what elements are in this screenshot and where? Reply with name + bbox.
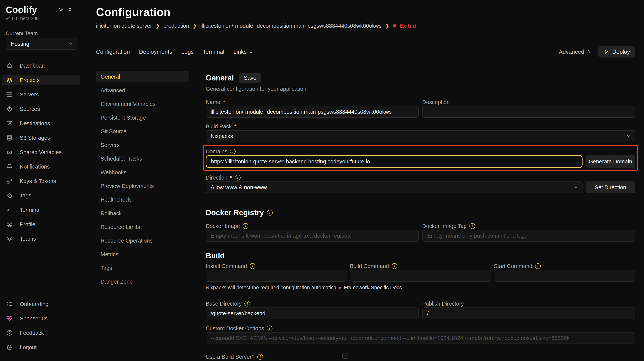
- tab-configuration[interactable]: Configuration: [96, 48, 130, 55]
- breadcrumb-environment[interactable]: production: [163, 23, 189, 29]
- chevron-right-icon: ❯: [386, 23, 389, 28]
- sidebar-item-servers[interactable]: Servers: [2, 89, 80, 100]
- info-icon[interactable]: [392, 263, 397, 269]
- sidebar-item-label: Shared Variables: [20, 149, 62, 156]
- info-icon[interactable]: [243, 223, 248, 229]
- domains-input[interactable]: [206, 155, 582, 168]
- sidebar-item-notifications[interactable]: Notifications: [2, 161, 80, 172]
- tab-logs[interactable]: Logs: [182, 48, 194, 55]
- sidebar-footer: Onboarding Sponsor us Feedback Logout: [0, 299, 84, 361]
- sidebar-item-s3-storages[interactable]: S3 Storages: [2, 132, 80, 143]
- save-button[interactable]: Save: [239, 73, 261, 83]
- sidebar-item-profile[interactable]: Profile: [2, 219, 80, 230]
- generate-domain-button[interactable]: Generate Domain: [586, 155, 635, 168]
- subnav-item-resource-limits[interactable]: Resource Limits: [96, 222, 188, 232]
- base-directory-input[interactable]: [206, 308, 419, 319]
- breadcrumb: illicitonion quote server ❯ production ❯…: [96, 22, 635, 30]
- subnav-item-scheduled-tasks[interactable]: Scheduled Tasks: [96, 153, 188, 164]
- chevron-right-icon: ❯: [193, 23, 197, 28]
- publish-directory-input[interactable]: [422, 308, 635, 319]
- subnav-item-git-source[interactable]: Git Source: [96, 126, 188, 137]
- info-icon[interactable]: [267, 326, 272, 331]
- start-command-input[interactable]: [494, 270, 635, 282]
- team-select[interactable]: Hosting: [6, 38, 78, 50]
- custom-docker-options-input[interactable]: [206, 332, 635, 344]
- tab-deployments[interactable]: Deployments: [139, 48, 172, 55]
- sidebar-nav: Dashboard Projects Servers Sources Desti…: [0, 60, 84, 248]
- info-icon[interactable]: [235, 175, 240, 180]
- subnav-item-servers[interactable]: Servers: [96, 140, 188, 150]
- sidebar-item-dashboard[interactable]: Dashboard: [2, 60, 80, 71]
- info-icon[interactable]: [470, 223, 475, 229]
- map-icon: [6, 120, 13, 127]
- docker-image-tag-input[interactable]: [422, 230, 635, 242]
- tab-terminal[interactable]: Terminal: [203, 48, 224, 55]
- sidebar-item-teams[interactable]: Teams: [2, 234, 80, 244]
- direction-select[interactable]: Allow www & non-www.: [206, 182, 582, 193]
- description-input[interactable]: [422, 106, 635, 118]
- users-icon: [6, 235, 13, 242]
- sidebar-item-terminal[interactable]: >_ Terminal: [2, 204, 80, 215]
- sidebar-item-label: Keys & Tokens: [20, 178, 56, 184]
- database-icon: [6, 134, 13, 141]
- info-icon[interactable]: [535, 263, 541, 269]
- sidebar-item-label: Destinations: [20, 120, 50, 126]
- theme-select-chevrons-icon[interactable]: [68, 7, 72, 12]
- sidebar-item-onboarding[interactable]: Onboarding: [2, 299, 80, 309]
- subnav-item-preview-deployments[interactable]: Preview Deployments: [96, 181, 188, 191]
- set-direction-button[interactable]: Set Direction: [586, 182, 635, 193]
- sidebar-item-label: Dashboard: [20, 63, 47, 69]
- breadcrumb-project[interactable]: illicitonion quote server: [96, 23, 152, 29]
- domains-label: Domains: [206, 148, 227, 155]
- sidebar-item-logout[interactable]: Logout: [2, 342, 80, 353]
- subnav-item-webhooks[interactable]: Webhooks: [96, 167, 188, 178]
- bell-icon: [6, 163, 13, 170]
- subnav-item-danger-zone[interactable]: Danger Zone: [96, 276, 188, 287]
- framework-docs-link[interactable]: Framework Specific Docs: [344, 285, 402, 290]
- server-icon: [6, 91, 13, 98]
- terminal-icon: >_: [6, 206, 13, 213]
- breadcrumb-application[interactable]: illicitestonion/-module--decomposition:m…: [200, 23, 382, 29]
- subnav-item-general[interactable]: General: [96, 71, 188, 82]
- subnav-item-metrics[interactable]: Metrics: [96, 249, 188, 260]
- info-icon[interactable]: [230, 148, 236, 154]
- subnav-item-resource-operations[interactable]: Resource Operations: [96, 235, 188, 246]
- advanced-dropdown[interactable]: Advanced: [559, 48, 590, 55]
- custom-docker-options-label: Custom Docker Options: [206, 325, 264, 332]
- required-marker: *: [234, 123, 236, 130]
- section-heading-docker-registry: Docker Registry: [206, 208, 264, 217]
- subnav-item-persistent-storage[interactable]: Persistent Storage: [96, 112, 188, 123]
- info-icon[interactable]: [257, 354, 263, 360]
- sidebar-item-sponsor[interactable]: Sponsor us: [2, 313, 80, 324]
- tab-links[interactable]: Links: [234, 48, 253, 55]
- subnav-item-healthcheck[interactable]: Healthcheck: [96, 194, 188, 205]
- sidebar-item-shared-variables[interactable]: (x) Shared Variables: [2, 147, 80, 158]
- build-pack-select[interactable]: Nixpacks: [206, 130, 635, 142]
- sidebar-item-tags[interactable]: Tags: [2, 190, 80, 201]
- build-pack-value: Nixpacks: [210, 133, 233, 139]
- sidebar-item-keys-tokens[interactable]: Keys & Tokens: [2, 176, 80, 186]
- info-icon[interactable]: [244, 301, 250, 306]
- sidebar-item-projects[interactable]: Projects: [2, 75, 80, 86]
- subnav-item-rollback[interactable]: Rollback: [96, 208, 188, 219]
- sidebar-item-destinations[interactable]: Destinations: [2, 118, 80, 129]
- subnav-item-advanced[interactable]: Advanced: [96, 85, 188, 96]
- sidebar-item-feedback[interactable]: Feedback: [2, 328, 80, 338]
- deploy-button[interactable]: Deploy: [598, 46, 635, 58]
- build-command-input[interactable]: [350, 270, 491, 282]
- sidebar-item-sources[interactable]: Sources: [2, 104, 80, 114]
- app-version: v4.0.0-beta.399: [0, 15, 84, 21]
- info-icon[interactable]: [250, 263, 256, 269]
- general-form: General Save General configuration for y…: [206, 59, 635, 361]
- subnav-item-tags[interactable]: Tags: [96, 263, 188, 273]
- docker-image-tag-label: Docker Image Tag: [422, 223, 467, 229]
- build-server-checkbox[interactable]: [342, 353, 348, 359]
- name-input[interactable]: [206, 106, 419, 118]
- config-subnav: General Advanced Environment Variables P…: [96, 59, 188, 361]
- install-command-input[interactable]: [206, 270, 347, 282]
- docker-image-input[interactable]: [206, 230, 419, 242]
- question-circle-icon: [6, 330, 13, 336]
- subnav-item-environment-variables[interactable]: Environment Variables: [96, 99, 188, 109]
- theme-sun-icon[interactable]: [58, 7, 64, 12]
- info-icon[interactable]: [267, 210, 273, 216]
